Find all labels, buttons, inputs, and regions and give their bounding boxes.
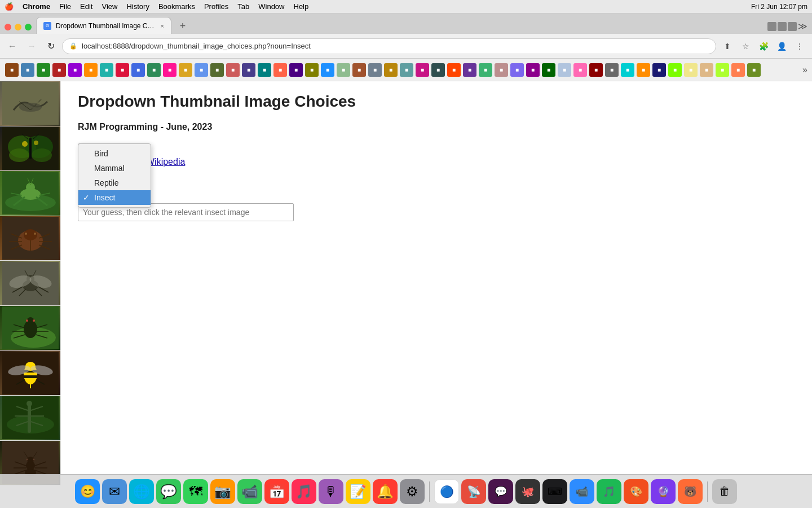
extensions-bar-expand[interactable]: » — [802, 65, 807, 75]
thumbnail-4[interactable] — [0, 216, 61, 261]
ext-icon-2[interactable]: ■ — [21, 63, 34, 77]
dock-finder[interactable]: 😊 — [75, 479, 100, 504]
dock-calendar[interactable]: 📅 — [264, 479, 289, 504]
thumbnail-3[interactable] — [0, 171, 61, 216]
ext-icon-30[interactable]: ■ — [463, 63, 476, 77]
extension-button[interactable]: 🧩 — [756, 38, 771, 54]
dock-bear[interactable]: 🐻 — [678, 479, 703, 504]
ext-icon-29[interactable]: ■ — [447, 63, 461, 77]
share-button[interactable]: ⬆ — [720, 38, 735, 54]
ext-icon-17[interactable]: ■ — [258, 63, 271, 77]
ext-icon-11[interactable]: ■ — [163, 63, 176, 77]
ext-icon-15[interactable]: ■ — [226, 63, 240, 77]
thumbnail-5[interactable] — [0, 261, 61, 306]
ext-icon-43[interactable]: ■ — [668, 63, 682, 77]
window-maximize-btn[interactable] — [25, 24, 32, 30]
ext-icon-10[interactable]: ■ — [147, 63, 161, 77]
ext-icon-8[interactable]: ■ — [116, 63, 129, 77]
dock-photos[interactable]: 📷 — [210, 479, 235, 504]
ext-icon-48[interactable]: ■ — [747, 63, 761, 77]
ext-icon-4[interactable]: ■ — [52, 63, 66, 77]
ext-icon-20[interactable]: ■ — [305, 63, 319, 77]
window-close-btn[interactable] — [5, 24, 11, 30]
option-insect[interactable]: Insect — [78, 190, 151, 205]
tab-strip-menu[interactable]: ≫ — [798, 21, 807, 32]
ext-icon-9[interactable]: ■ — [131, 63, 145, 77]
menu-chrome[interactable]: Chrome — [23, 2, 50, 11]
ext-icon-22[interactable]: ■ — [337, 63, 350, 77]
bookmark-button[interactable]: ☆ — [738, 38, 753, 54]
ext-icon-1[interactable]: ■ — [5, 63, 19, 77]
menu-edit[interactable]: Edit — [80, 2, 92, 11]
ext-icon-21[interactable]: ■ — [321, 63, 334, 77]
dock-trash[interactable]: 🗑 — [712, 479, 737, 504]
dock-podcasts[interactable]: 🎙 — [319, 479, 343, 504]
ext-icon-39[interactable]: ■ — [605, 63, 619, 77]
dock-filezilla[interactable]: 📡 — [461, 479, 486, 504]
ext-icon-45[interactable]: ■ — [700, 63, 713, 77]
dock-safari[interactable]: 🌐 — [129, 479, 154, 504]
ext-icon-26[interactable]: ■ — [400, 63, 413, 77]
browser-tab[interactable]: G Dropdown Thumbnail Image Choices × — [36, 17, 171, 34]
ext-icon-24[interactable]: ■ — [368, 63, 382, 77]
dock-slack[interactable]: 💬 — [488, 479, 513, 504]
refresh-button[interactable]: ↻ — [43, 38, 59, 54]
ext-icon-35[interactable]: ■ — [542, 63, 555, 77]
dock-maps[interactable]: 🗺 — [183, 479, 208, 504]
ext-icon-44[interactable]: ■ — [684, 63, 698, 77]
dock-notes[interactable]: 📝 — [346, 479, 370, 504]
ext-icon-18[interactable]: ■ — [273, 63, 287, 77]
dock-obsidian[interactable]: 🔮 — [651, 479, 676, 504]
window-minimize-btn[interactable] — [15, 24, 21, 30]
wikipedia-link[interactable]: Wikipedia — [146, 157, 185, 167]
ext-icon-27[interactable]: ■ — [416, 63, 429, 77]
thumbnail-2[interactable] — [0, 126, 61, 172]
ext-icon-25[interactable]: ■ — [384, 63, 398, 77]
ext-icon-42[interactable]: ■ — [652, 63, 666, 77]
dock-terminal[interactable]: ⌨ — [542, 479, 567, 504]
menu-file[interactable]: File — [59, 2, 71, 11]
thumbnail-8[interactable] — [0, 396, 61, 441]
option-reptile[interactable]: Reptile — [78, 176, 151, 190]
ext-icon-23[interactable]: ■ — [352, 63, 366, 77]
thumbnail-7[interactable] — [0, 351, 61, 396]
ext-icon-5[interactable]: ■ — [68, 63, 82, 77]
menu-bookmarks[interactable]: Bookmarks — [158, 2, 195, 11]
dock-zoom[interactable]: 📹 — [570, 479, 594, 504]
ext-icon-12[interactable]: ■ — [179, 63, 192, 77]
apple-menu[interactable]: 🍎 — [5, 2, 14, 11]
ext-icon-31[interactable]: ■ — [479, 63, 492, 77]
dock-facetime[interactable]: 📹 — [237, 479, 262, 504]
dock-messages[interactable]: 💬 — [156, 479, 181, 504]
dock-github[interactable]: 🐙 — [515, 479, 540, 504]
ext-icon-41[interactable]: ■ — [637, 63, 650, 77]
ext-icon-34[interactable]: ■ — [526, 63, 540, 77]
ext-icon-33[interactable]: ■ — [510, 63, 524, 77]
ext-icon-36[interactable]: ■ — [558, 63, 571, 77]
ext-icon-38[interactable]: ■ — [589, 63, 603, 77]
ext-icon-13[interactable]: ■ — [195, 63, 208, 77]
ext-icon-32[interactable]: ■ — [495, 63, 508, 77]
ext-icon-7[interactable]: ■ — [100, 63, 113, 77]
option-bird[interactable]: Bird — [78, 146, 151, 161]
profile-button[interactable]: 👤 — [774, 38, 789, 54]
menu-tab[interactable]: Tab — [237, 2, 249, 11]
menu-profiles[interactable]: Profiles — [204, 2, 228, 11]
menu-view[interactable]: View — [102, 2, 117, 11]
dock-figma[interactable]: 🎨 — [624, 479, 648, 504]
ext-icon-19[interactable]: ■ — [289, 63, 303, 77]
menu-window[interactable]: Window — [258, 2, 284, 11]
tab-close-btn[interactable]: × — [161, 23, 164, 29]
dropdown-menu[interactable]: Bird Mammal Reptile Insect — [78, 143, 151, 208]
ext-icon-28[interactable]: ■ — [431, 63, 445, 77]
ext-icon-46[interactable]: ■ — [716, 63, 729, 77]
address-bar[interactable]: 🔒 localhost:8888/dropdown_thumbnail_imag… — [62, 38, 716, 54]
forward-button[interactable]: → — [24, 38, 39, 54]
dock-chrome[interactable]: 🔵 — [434, 479, 459, 504]
dock-settings[interactable]: ⚙ — [400, 479, 425, 504]
dock-spotify[interactable]: 🎵 — [597, 479, 621, 504]
ext-icon-14[interactable]: ■ — [210, 63, 224, 77]
menu-history[interactable]: History — [126, 2, 149, 11]
ext-icon-16[interactable]: ■ — [242, 63, 255, 77]
ext-icon-47[interactable]: ■ — [731, 63, 745, 77]
